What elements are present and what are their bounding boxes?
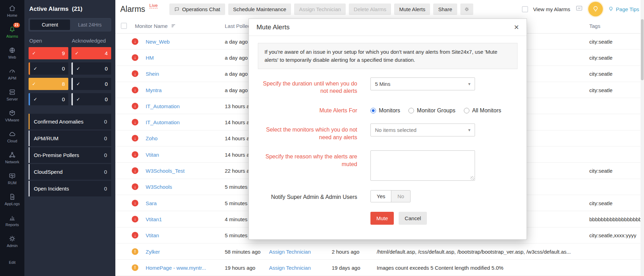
category-count: 0 (104, 135, 107, 141)
sidebar-item-cloud[interactable]: Cloud (0, 126, 24, 147)
monitor-link[interactable]: Myntra (146, 87, 162, 93)
monitor-link[interactable]: W3Schools (146, 184, 172, 190)
whats-new-button[interactable] (588, 2, 603, 16)
notify-field-row: Notify Super Admin & Admin Users Yes No (258, 190, 518, 202)
sidebar-item-admin[interactable]: Admin (0, 231, 24, 252)
sidebar-item-applogs[interactable]: AppLogs (0, 189, 24, 210)
vertical-scrollbar[interactable] (641, 0, 644, 276)
radio-all-monitors[interactable]: All Monitors (464, 107, 501, 114)
ack-critical-count[interactable]: ✓ 4 (71, 47, 111, 59)
settings-button[interactable] (460, 3, 473, 15)
schedule-maintenance-button[interactable]: Schedule Maintenance (228, 3, 291, 15)
monitor-link[interactable]: Shein (146, 71, 159, 77)
chat-icon (174, 7, 179, 12)
open-warning-count[interactable]: ✓ 8 (29, 78, 68, 90)
monitor-link[interactable]: Vtitan1 (146, 216, 162, 222)
monitor-link[interactable]: Zylker (146, 248, 160, 254)
sidebar-item-vmware[interactable]: VMware (0, 105, 24, 126)
scrollbar-thumb[interactable] (641, 19, 644, 80)
list-item-open-incidents[interactable]: Open Incidents 0 (29, 181, 111, 196)
dashboard-icon[interactable] (575, 5, 583, 14)
last-polled-value: 5 minutes (225, 184, 247, 190)
reason-textarea[interactable] (370, 150, 475, 181)
operations-chat-button[interactable]: Operations Chat (169, 3, 225, 15)
list-item-apm-rum[interactable]: APM/RUM 0 (29, 130, 111, 146)
monitor-link[interactable]: W3Schools_Test (146, 168, 185, 174)
network-icon (9, 151, 16, 158)
monitor-link[interactable]: Vtitan (146, 151, 159, 157)
tags-value: city:seatle,xxxx:yyyy (589, 232, 636, 238)
duration-selected-value: 5 Mins (375, 81, 390, 87)
last-polled-header[interactable]: Last Polled (225, 23, 251, 29)
check-icon: ✓ (32, 51, 36, 56)
sidebar-item-rum[interactable]: RUM (0, 168, 24, 189)
sidebar-item-home[interactable]: Home (0, 1, 24, 22)
assign-technician-link[interactable]: Assign Technician (269, 248, 311, 254)
open-critical-count[interactable]: ✓ 9 (29, 47, 68, 59)
sidebar-item-network[interactable]: Network (0, 147, 24, 168)
tab-current[interactable]: Current (30, 20, 70, 30)
select-all-checkbox[interactable] (121, 23, 127, 29)
table-row[interactable]: ! HomePage - www.myntr... 19 hours ago A… (115, 260, 644, 276)
ack-warning-count[interactable]: ✓ 0 (71, 78, 111, 90)
mute-alerts-button[interactable]: Mute Alerts (394, 3, 430, 15)
radio-monitors[interactable]: Monitors (370, 107, 400, 114)
mute-button[interactable]: Mute (370, 212, 394, 225)
mute-for-label: Mute Alerts For (258, 104, 357, 114)
monitor-link[interactable]: HM (146, 54, 154, 60)
alarm-count-badge: 21 (13, 23, 20, 28)
list-item-on-premise-pollers[interactable]: On-Premise Pollers 0 (29, 147, 111, 163)
sidebar-item-web[interactable]: Web (0, 43, 24, 64)
duration-field-row: Specify the duration until when you do n… (258, 77, 518, 95)
notify-yes-option[interactable]: Yes (371, 191, 391, 202)
live-badge[interactable]: Live (150, 3, 158, 8)
cancel-button[interactable]: Cancel (399, 212, 427, 225)
sidebar-item-server[interactable]: Server (0, 84, 24, 105)
assign-technician-link[interactable]: Assign Technician (269, 264, 311, 270)
panel-title-text: Active Alarms (29, 6, 69, 12)
acknowledged-label: Acknowledged (72, 38, 106, 44)
tab-last-24hrs[interactable]: Last 24Hrs (70, 20, 110, 30)
nav-label: Edit (9, 260, 16, 264)
monitor-link[interactable]: IT_Automation (146, 119, 180, 125)
radio-monitor-groups[interactable]: Monitor Groups (408, 107, 455, 114)
tags-header[interactable]: Tags (589, 23, 600, 29)
primary-nav: Home 21 Alarms Web APM Server VMware Clo… (0, 0, 24, 276)
sidebar-item-edit[interactable]: Edit (0, 252, 24, 273)
monitor-name-header[interactable]: Monitor Name (135, 23, 176, 29)
down-status-icon: ↓ (132, 70, 138, 77)
sidebar-item-apm[interactable]: APM (0, 64, 24, 84)
list-item-cloudspend[interactable]: CloudSpend 0 (29, 164, 111, 180)
table-row[interactable]: ! Zylker 58 minutes ago Assign Technicia… (115, 244, 644, 260)
last-polled-value: a day ago (225, 38, 248, 44)
delete-alarms-button: Delete Alarms (349, 3, 391, 15)
monitor-link[interactable]: Sara (146, 200, 157, 206)
monitor-link[interactable]: Zoho (146, 135, 158, 141)
down-status-icon: ↓ (132, 87, 138, 93)
monitor-link[interactable]: New_Web (146, 38, 170, 44)
last-polled-value: 4 minutes (225, 216, 247, 222)
ack-trouble-count[interactable]: ✓ 0 (71, 62, 111, 75)
nav-label: Alarms (6, 34, 18, 38)
chevron-down-icon: ▾ (468, 127, 470, 133)
open-info-count[interactable]: ✓ 0 (29, 93, 68, 105)
monitors-select[interactable]: No items selected ▾ (370, 124, 475, 136)
sidebar-item-reports[interactable]: Reports (0, 210, 24, 231)
monitor-link[interactable]: Vtitan (146, 232, 159, 238)
reason-label: Specify the reason why the alerts are mu… (258, 150, 357, 168)
duration-select[interactable]: 5 Mins ▾ (370, 77, 475, 90)
open-trouble-count[interactable]: ✓ 0 (29, 62, 68, 75)
page-tips-link[interactable]: Page Tips (608, 6, 639, 12)
ack-info-count[interactable]: ✓ 0 (71, 93, 111, 105)
monitor-link[interactable]: IT_Automation (146, 103, 180, 109)
monitor-link[interactable]: HomePage - www.myntr... (146, 264, 206, 270)
down-status-icon: ↓ (132, 119, 138, 126)
share-button[interactable]: Share (433, 3, 457, 15)
view-my-alarms-checkbox[interactable] (522, 6, 528, 12)
notify-no-option[interactable]: No (391, 191, 410, 202)
sidebar-item-alarms[interactable]: 21 Alarms (0, 22, 24, 43)
monitors-selected-value: No items selected (375, 127, 416, 133)
close-icon[interactable]: × (514, 23, 519, 31)
trouble-status-icon: ! (132, 248, 138, 255)
list-item-confirmed-anomalies[interactable]: Confirmed Anomalies 0 (29, 114, 111, 129)
